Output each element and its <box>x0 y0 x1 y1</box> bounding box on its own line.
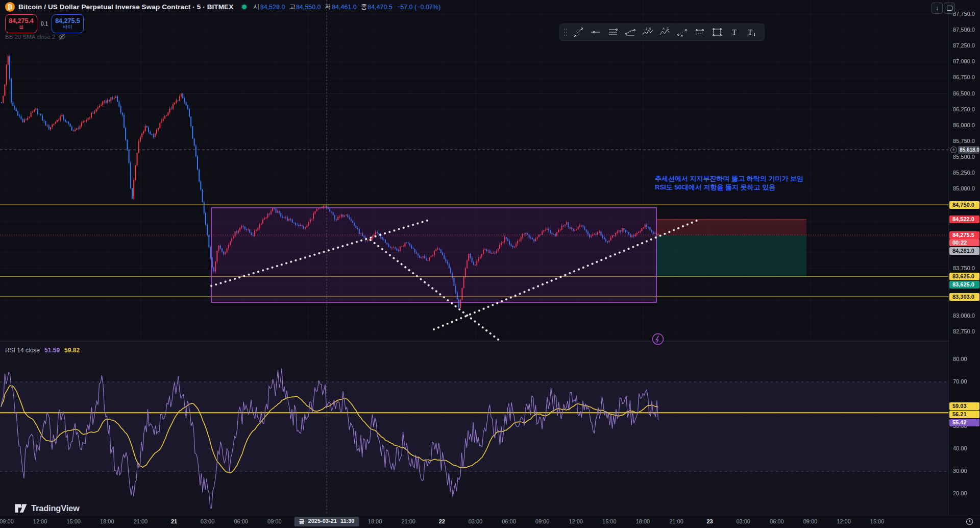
price-label-teal: 83,625.0 <box>949 281 979 289</box>
trade-buttons: 84,275.4 셀 0.1 84,275.5 바이 <box>5 14 84 33</box>
time-tick: 09:00 <box>267 518 282 524</box>
elliott-wave-15-icon[interactable]: 15 <box>640 25 656 39</box>
tradingview-mark-icon <box>14 502 27 514</box>
symbol-header: ₿ Bitcoin / US Dollar Perpetual Inverse … <box>5 2 440 12</box>
dotted-channel-icon[interactable] <box>692 25 708 39</box>
eye-hidden-icon[interactable] <box>58 33 66 40</box>
chart-note-text[interactable]: 추세선에서 지지부진하며 뚫고 하락의 기미가 보임 RSI도 50대에서 저항… <box>655 174 803 191</box>
svg-text:T: T <box>732 28 737 36</box>
high-value: 84,550.0 <box>296 4 321 11</box>
buy-label: 바이 <box>63 25 72 30</box>
svg-text:A: A <box>663 27 665 30</box>
trend-line-icon[interactable] <box>570 25 586 39</box>
svg-text:C: C <box>667 27 669 30</box>
price-tick: 85,750.0 <box>953 138 975 144</box>
buy-price: 84,275.5 <box>55 17 80 25</box>
price-tick: 87,500.0 <box>953 27 975 33</box>
anchored-text-icon[interactable]: T <box>744 25 760 39</box>
open-value: 84,528.0 <box>260 4 285 11</box>
indicator-row-bb[interactable]: BB 20 SMA close 2 <box>5 33 66 40</box>
price-tick: 86,500.0 <box>953 90 975 97</box>
symbol-title[interactable]: Bitcoin / US Dollar Perpetual Inverse Sw… <box>18 3 233 11</box>
clock-icon[interactable] <box>966 518 973 527</box>
buy-button[interactable]: 84,275.5 바이 <box>52 14 84 33</box>
crosshair-date-tooltip: 금 2025-03-21 11:30 <box>295 517 359 526</box>
time-tick: 03:00 <box>201 518 215 524</box>
sell-button[interactable]: 84,275.4 셀 <box>5 14 37 33</box>
rsi-tick: 20.00 <box>953 490 967 496</box>
fullscreen-icon <box>947 6 952 11</box>
price-label-gray: 85,618.0 <box>958 146 979 154</box>
download-button[interactable]: ↓ <box>932 3 943 14</box>
abc-pattern-icon[interactable]: AC <box>657 25 673 39</box>
fullscreen-button[interactable] <box>944 3 955 14</box>
time-tick-day: 21 <box>171 518 177 524</box>
sell-label: 셀 <box>19 25 24 30</box>
time-tick: 09:00 <box>0 518 14 524</box>
price-label-yellow: 56.21 <box>949 411 979 418</box>
rectangle-icon[interactable] <box>709 25 725 39</box>
tradingview-chart-app: ₿ Bitcoin / US Dollar Perpetual Inverse … <box>0 0 980 528</box>
add-alert-plus-icon[interactable]: + <box>950 147 957 153</box>
time-tick-day: 22 <box>439 518 445 524</box>
price-label-red: 84,522.0 <box>949 215 979 223</box>
rsi-tick: 30.00 <box>953 468 967 474</box>
price-tick: 86,750.0 <box>953 74 975 80</box>
price-tick: 83,750.0 <box>953 265 975 271</box>
time-tick: 03:00 <box>736 518 750 524</box>
toolbar-drag-handle[interactable] <box>562 25 569 39</box>
time-tick: 03:00 <box>469 518 483 524</box>
price-tick: 85,000.0 <box>953 185 975 191</box>
time-tick: 18:00 <box>636 518 650 524</box>
rsi-tick: 70.00 <box>953 378 967 385</box>
price-tick: 87,250.0 <box>953 42 975 49</box>
time-tick: 15:00 <box>602 518 617 524</box>
price-label-yellow: 84,750.0 <box>949 201 979 209</box>
ohlc-values: 시84,528.0 고84,550.0 저84,461.0 종84,470.5 … <box>253 3 440 11</box>
price-label-yellow: 59.03 <box>949 402 979 410</box>
price-tick: 86,000.0 <box>953 122 975 128</box>
chart-canvas[interactable] <box>0 0 980 528</box>
close-label: 종 <box>361 3 368 11</box>
polyline-icon[interactable] <box>622 25 639 39</box>
parallel-lines-icon[interactable] <box>605 25 621 39</box>
bar-countdown-label: 00:22 <box>949 239 979 246</box>
price-tick: 87,000.0 <box>953 58 975 64</box>
time-tick: 12:00 <box>33 518 47 524</box>
svg-text:T: T <box>748 28 752 36</box>
tradingview-logo[interactable]: TradingView <box>14 502 80 514</box>
note-line-1: 추세선에서 지지부진하며 뚫고 하락의 기미가 보임 <box>655 174 803 183</box>
rsi-value: 51.59 <box>44 347 60 354</box>
time-axis[interactable]: 금 2025-03-21 11:30 09:0012:0015:0018:002… <box>0 515 980 528</box>
time-tick: 15:00 <box>66 518 81 524</box>
price-label-yellow: 83,625.0 <box>949 273 979 280</box>
rsi-tick: 40.00 <box>953 445 967 451</box>
tooltip-day: 금 <box>299 518 305 525</box>
high-label: 고 <box>289 3 296 11</box>
svg-text:1: 1 <box>646 27 648 30</box>
dotted-trend-icon[interactable] <box>674 25 691 39</box>
time-tick: 12:00 <box>837 518 851 524</box>
price-axis[interactable]: 87,750.087,500.087,250.087,000.086,750.0… <box>948 0 980 515</box>
horizontal-ray-icon[interactable] <box>587 25 604 39</box>
tradingview-logo-text: TradingView <box>31 503 80 513</box>
tooltip-time: 11:30 <box>340 518 355 525</box>
price-label-purple: 55.42 <box>949 419 979 426</box>
rsi-tick: 80.00 <box>953 356 967 362</box>
current-price-label: 84,275.5 <box>949 231 979 239</box>
spread-value: 0.1 <box>37 21 52 27</box>
time-tick: 06:00 <box>502 518 516 524</box>
lightning-drawing-icon[interactable] <box>651 332 665 348</box>
time-tick: 12:00 <box>569 518 583 524</box>
price-tick: 85,500.0 <box>953 154 975 160</box>
sell-price: 84,275.4 <box>9 17 34 25</box>
close-value: 84,470.5 <box>368 4 393 11</box>
time-tick: 15:00 <box>870 518 885 524</box>
rsi-indicator-row[interactable]: RSI 14 close 51.59 59.82 <box>5 347 80 354</box>
time-tick: 18:00 <box>100 518 114 524</box>
low-value: 84,461.0 <box>332 4 357 11</box>
time-tick: 18:00 <box>368 518 382 524</box>
price-tick: 83,000.0 <box>953 313 975 319</box>
price-tick: 82,750.0 <box>953 328 975 334</box>
text-icon[interactable]: T <box>726 25 743 39</box>
